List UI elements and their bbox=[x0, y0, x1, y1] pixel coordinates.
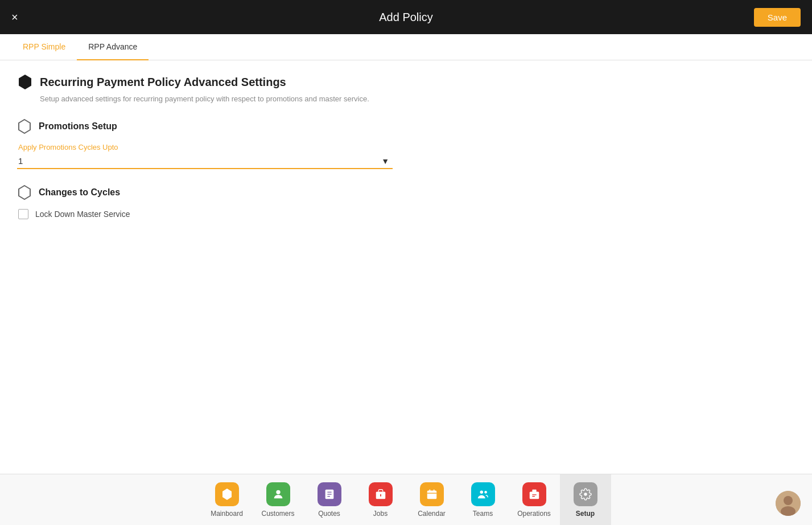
svg-point-22 bbox=[784, 496, 793, 505]
field-select-wrapper: 1 2 3 4 5 6 7 8 9 10 ▼ bbox=[17, 154, 393, 169]
promotions-hex-icon bbox=[17, 119, 32, 134]
quotes-icon bbox=[318, 482, 341, 506]
promotions-subsection-header: Promotions Setup bbox=[17, 119, 795, 134]
quotes-label: Quotes bbox=[318, 510, 340, 518]
mainboard-label: Mainboard bbox=[211, 510, 243, 518]
svg-point-15 bbox=[480, 490, 483, 494]
lockdown-label[interactable]: Lock Down Master Service bbox=[35, 210, 130, 219]
nav-operations[interactable]: Operations bbox=[509, 474, 560, 526]
tabs-bar: RPP Simple RPP Advance bbox=[0, 34, 812, 60]
customers-icon bbox=[266, 482, 290, 506]
nav-calendar[interactable]: Calendar bbox=[406, 474, 457, 526]
svg-point-4 bbox=[276, 490, 280, 494]
mainboard-icon bbox=[215, 482, 239, 506]
setup-label: Setup bbox=[576, 510, 595, 518]
section-subtitle: Setup advanced settings for recurring pa… bbox=[40, 95, 795, 103]
nav-setup[interactable]: Setup bbox=[560, 474, 611, 526]
nav-quotes[interactable]: Quotes bbox=[304, 474, 355, 526]
page-title: Add Policy bbox=[379, 11, 433, 24]
jobs-label: Jobs bbox=[373, 510, 388, 518]
calendar-icon bbox=[420, 482, 444, 506]
svg-rect-11 bbox=[427, 490, 436, 499]
svg-marker-1 bbox=[19, 120, 30, 133]
nav-customers[interactable]: Customers bbox=[253, 474, 304, 526]
svg-marker-2 bbox=[19, 186, 30, 199]
section-hex-icon bbox=[17, 74, 33, 90]
svg-marker-0 bbox=[19, 75, 31, 89]
teams-label: Teams bbox=[473, 510, 493, 518]
setup-icon bbox=[574, 482, 597, 506]
nav-jobs[interactable]: Jobs bbox=[355, 474, 406, 526]
nav-teams[interactable]: Teams bbox=[457, 474, 509, 526]
tab-rpp-advance[interactable]: RPP Advance bbox=[77, 34, 149, 60]
customers-label: Customers bbox=[261, 510, 294, 518]
svg-marker-3 bbox=[222, 489, 232, 500]
cycles-section-title: Changes to Cycles bbox=[39, 187, 120, 198]
close-button[interactable]: × bbox=[11, 11, 18, 23]
lockdown-checkbox-row: Lock Down Master Service bbox=[18, 209, 795, 219]
promotions-section-title: Promotions Setup bbox=[39, 121, 117, 132]
jobs-icon bbox=[369, 482, 393, 506]
svg-rect-17 bbox=[529, 491, 539, 499]
field-label: Apply Promotions Cycles Upto bbox=[18, 143, 795, 151]
svg-point-16 bbox=[484, 491, 487, 494]
operations-label: Operations bbox=[517, 510, 551, 518]
main-content: Recurring Payment Policy Advanced Settin… bbox=[0, 60, 812, 474]
promotions-cycles-field: Apply Promotions Cycles Upto 1 2 3 4 5 6… bbox=[17, 143, 795, 169]
svg-rect-18 bbox=[532, 489, 536, 492]
cycles-hex-icon bbox=[17, 185, 32, 200]
section-title: Recurring Payment Policy Advanced Settin… bbox=[40, 76, 286, 89]
header: × Add Policy Save bbox=[0, 0, 812, 34]
promotions-cycles-select[interactable]: 1 2 3 4 5 6 7 8 9 10 bbox=[17, 154, 393, 168]
avatar[interactable] bbox=[776, 491, 801, 516]
section-header: Recurring Payment Policy Advanced Settin… bbox=[17, 74, 795, 90]
lockdown-checkbox[interactable] bbox=[18, 209, 28, 219]
calendar-label: Calendar bbox=[418, 510, 446, 518]
operations-icon bbox=[522, 482, 546, 506]
tab-rpp-simple[interactable]: RPP Simple bbox=[11, 34, 77, 60]
nav-mainboard[interactable]: Mainboard bbox=[201, 474, 253, 526]
cycles-subsection-header: Changes to Cycles bbox=[17, 185, 795, 200]
bottom-nav: Mainboard Customers Quotes Jobs Calendar… bbox=[0, 474, 812, 525]
teams-icon bbox=[471, 482, 495, 506]
save-button[interactable]: Save bbox=[754, 8, 801, 27]
